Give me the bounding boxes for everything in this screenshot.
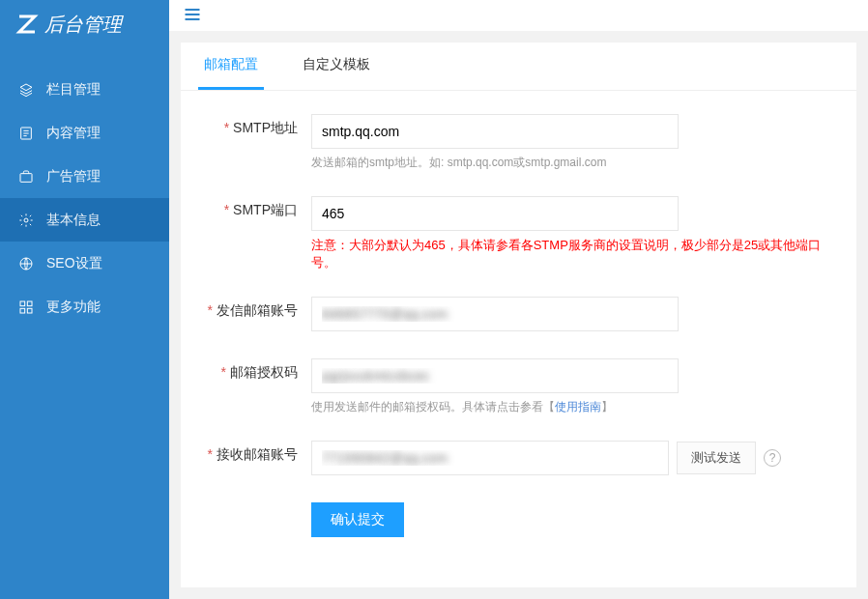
- globe-icon: [17, 255, 35, 272]
- briefcase-icon: [17, 168, 35, 185]
- sidebar-menu: 栏目管理 内容管理 广告管理 基本信息 SEO设置 更多功能: [0, 68, 169, 328]
- svg-rect-9: [20, 308, 25, 313]
- smtp-addr-label: *SMTP地址: [200, 114, 311, 137]
- svg-rect-7: [20, 301, 25, 306]
- auth-code-label: *邮箱授权码: [200, 358, 311, 382]
- sidebar-item-label: 更多功能: [46, 299, 101, 316]
- sender-label: *发信邮箱账号: [200, 297, 311, 320]
- submit-button[interactable]: 确认提交: [311, 502, 404, 537]
- sidebar-item-columns[interactable]: 栏目管理: [0, 68, 169, 111]
- sidebar-item-ads[interactable]: 广告管理: [0, 155, 169, 198]
- gear-icon: [17, 212, 35, 229]
- tab-custom-template[interactable]: 自定义模板: [297, 43, 376, 90]
- document-icon: [17, 125, 35, 142]
- tab-label: 邮箱配置: [204, 56, 258, 73]
- sidebar-item-label: SEO设置: [46, 255, 102, 272]
- sidebar-item-label: 栏目管理: [46, 81, 101, 99]
- email-config-form: *SMTP地址 发送邮箱的smtp地址。如: smtp.qq.com或smtp.…: [181, 91, 856, 587]
- smtp-port-help: 注意：大部分默认为465，具体请参看各STMP服务商的设置说明，极少部分是25或…: [311, 237, 837, 271]
- content-panel: 邮箱配置 自定义模板 *SMTP地址 发送邮箱的smtp地址。如: smtp.q…: [181, 43, 856, 587]
- smtp-addr-input[interactable]: [311, 114, 679, 149]
- smtp-port-label: *SMTP端口: [200, 196, 311, 219]
- smtp-port-input[interactable]: [311, 196, 679, 231]
- tab-label: 自定义模板: [303, 56, 370, 73]
- auth-code-help: 使用发送邮件的邮箱授权码。具体请点击参看【使用指南】: [311, 399, 837, 415]
- topbar: [169, 0, 868, 31]
- sidebar-item-label: 广告管理: [46, 168, 101, 185]
- auth-code-input[interactable]: [311, 358, 679, 393]
- menu-toggle-icon[interactable]: [183, 5, 202, 27]
- sidebar-item-more[interactable]: 更多功能: [0, 285, 169, 328]
- receiver-input[interactable]: [311, 441, 669, 475]
- smtp-addr-help: 发送邮箱的smtp地址。如: smtp.qq.com或smtp.gmail.co…: [311, 155, 837, 171]
- sidebar-item-seo[interactable]: SEO设置: [0, 242, 169, 285]
- usage-guide-link[interactable]: 使用指南: [555, 400, 601, 414]
- svg-point-5: [24, 218, 28, 222]
- sidebar: 后台管理 栏目管理 内容管理 广告管理 基本信息 SEO设置: [0, 0, 169, 599]
- receiver-label: *接收邮箱账号: [200, 441, 311, 464]
- grid-icon: [17, 299, 35, 316]
- help-icon[interactable]: ?: [764, 449, 781, 467]
- test-send-button[interactable]: 测试发送: [677, 442, 756, 474]
- logo: 后台管理: [0, 0, 169, 48]
- sidebar-item-label: 基本信息: [46, 212, 101, 229]
- sidebar-item-content[interactable]: 内容管理: [0, 111, 169, 155]
- svg-rect-10: [27, 308, 32, 313]
- svg-rect-4: [20, 173, 32, 182]
- sidebar-item-label: 内容管理: [46, 125, 101, 142]
- sender-input[interactable]: [311, 297, 679, 331]
- layers-icon: [17, 81, 35, 99]
- svg-rect-8: [27, 301, 32, 306]
- tabs: 邮箱配置 自定义模板: [181, 43, 856, 91]
- sidebar-item-basic-info[interactable]: 基本信息: [0, 198, 169, 242]
- tab-email-config[interactable]: 邮箱配置: [198, 43, 264, 90]
- logo-text: 后台管理: [44, 12, 122, 38]
